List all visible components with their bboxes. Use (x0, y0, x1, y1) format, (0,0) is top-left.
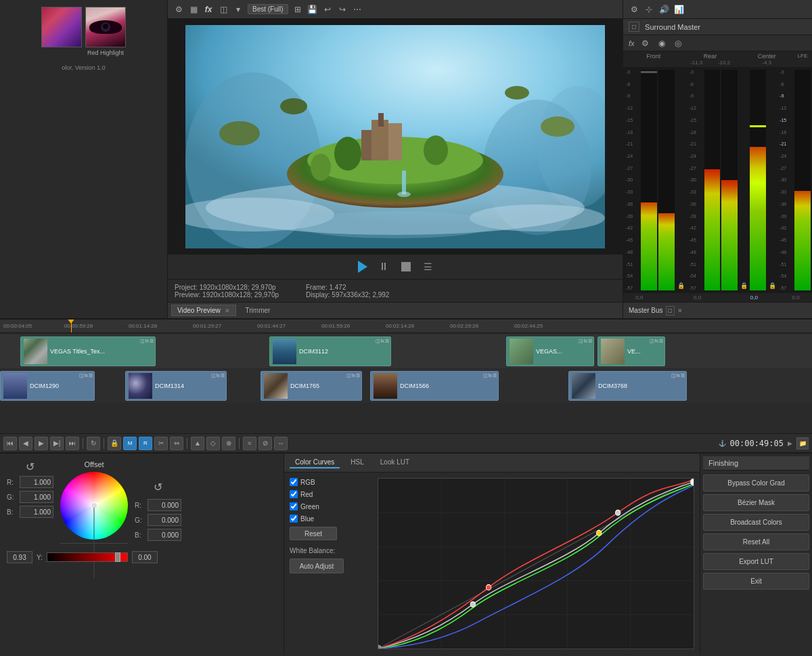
auto-adjust-btn[interactable]: Auto Adjust (290, 559, 344, 573)
reset-left-btn[interactable]: ↺ (7, 460, 53, 473)
stop-button[interactable] (398, 259, 414, 275)
nav-next-icon[interactable]: ▶ (788, 440, 792, 447)
broadcast-colors-btn[interactable]: Broadcast Colors (703, 514, 809, 531)
clip-dcim1290[interactable]: DCIM1290 ◫ fx ☰ (0, 371, 95, 401)
tb-region-btn[interactable]: R (139, 437, 152, 450)
tb-scroll-btn[interactable]: ↔ (274, 437, 288, 450)
master-bus-close[interactable]: ✕ (677, 307, 683, 314)
clip-ve[interactable]: VE... ◫ fx ☰ (597, 336, 665, 366)
chevron-icon[interactable]: ▾ (233, 4, 244, 15)
tb-scrub-btn[interactable]: ⊘ (258, 437, 272, 450)
y-slider[interactable] (47, 552, 128, 562)
control-point-mid[interactable] (596, 530, 601, 535)
r-input-right[interactable] (148, 499, 181, 511)
clip-vegas-titles[interactable]: VEGAS Titles_Tex... ◫ fx ☰ (20, 336, 156, 366)
thumbnail-eye[interactable] (85, 7, 126, 47)
b-input-right[interactable] (148, 529, 181, 541)
plug-icon[interactable]: ◉ (656, 38, 667, 49)
checkbox-green[interactable] (290, 502, 298, 510)
reset-all-btn[interactable]: Reset All (703, 533, 809, 550)
tb-loop-btn[interactable]: ↻ (87, 437, 100, 450)
tb-next-btn[interactable]: ▶| (50, 437, 64, 450)
bottom-toolbar: ⏮ ◀ ▶ ▶| ⏭ ↻ 🔒 M R ✂ ⇔ ▲ ◇ ⊕ ≈ ⊘ ↔ ⚓ 00:… (0, 433, 812, 452)
tb-end-btn[interactable]: ⏭ (66, 437, 79, 450)
checkbox-rgb[interactable] (290, 478, 298, 486)
tb-select-btn[interactable]: ▲ (191, 437, 204, 450)
reset-curves-btn[interactable]: Reset (290, 527, 337, 540)
g-input-right[interactable] (148, 514, 181, 526)
control-point-1[interactable] (470, 602, 475, 607)
color-wheel[interactable] (60, 472, 128, 540)
lock-icon-front[interactable]: 🔒 (676, 70, 687, 290)
menu-button[interactable]: ☰ (420, 259, 436, 275)
tb-edit-btn[interactable]: ✂ (154, 437, 168, 450)
tb-trim-btn[interactable]: ⇔ (170, 437, 183, 450)
tab-video-preview[interactable]: Video Preview ✕ (171, 305, 236, 316)
tab-video-close[interactable]: ✕ (225, 307, 230, 314)
control-point-bottom[interactable] (378, 645, 382, 649)
tb-play-btn[interactable]: ▶ (35, 437, 48, 450)
g-input-left[interactable] (20, 491, 53, 503)
clip-dcim1566[interactable]: DCIM1566 ◫ fx ☰ (370, 371, 499, 401)
lock-icon-center[interactable]: 🔒 (767, 70, 777, 290)
reset-right-btn[interactable]: ↺ (135, 481, 181, 494)
tab-trimmer[interactable]: Trimmer (240, 305, 277, 316)
clip-dcim3112[interactable]: DCIM3112 ◫ fx ☰ (269, 336, 391, 366)
checkbox-red[interactable] (290, 490, 298, 498)
tab-color-curves[interactable]: Color Curves (290, 457, 340, 468)
lock-icon-rear[interactable]: 🔒 (739, 70, 748, 290)
tb-zoom-btn[interactable]: ⊕ (222, 437, 235, 450)
globe-icon[interactable]: ◎ (673, 38, 683, 49)
fx-icon[interactable]: fx (203, 4, 214, 15)
r-input-left[interactable] (20, 476, 53, 488)
tb-marker-btn[interactable]: M (123, 437, 137, 450)
master-bus-square[interactable]: □ (666, 306, 675, 315)
clip-dcim1314[interactable]: DCIM1314 ◫ fx ☰ (125, 371, 227, 401)
color-wheel-row: ↺ R: G: B: Offset (7, 460, 277, 543)
pause-button[interactable]: ⏸ (376, 259, 392, 275)
grid-icon[interactable]: ⊞ (292, 4, 303, 15)
audio-eq-icon[interactable]: 📊 (673, 4, 684, 15)
audio-expand-icon[interactable]: ⊹ (644, 4, 654, 15)
settings-icon[interactable]: ⚙ (173, 4, 184, 15)
clip-vegas2[interactable]: VEGAS... ◫ fx ☰ (506, 336, 594, 366)
control-point-high[interactable] (615, 510, 620, 515)
y-slider-handle[interactable] (115, 552, 120, 562)
control-point-red[interactable] (486, 585, 491, 590)
quality-selector[interactable]: Best (Full) (248, 4, 288, 14)
more-icon[interactable]: ⋯ (352, 4, 363, 15)
bypass-color-grad-btn[interactable]: Bypass Color Grad (703, 475, 809, 491)
undo-icon[interactable]: ↩ (322, 4, 333, 15)
tb-envelope-btn[interactable]: ◇ (206, 437, 220, 450)
audio-settings-icon[interactable]: ⚙ (629, 4, 639, 15)
layout-icon[interactable]: ▦ (188, 4, 199, 15)
control-point-top[interactable] (690, 479, 694, 485)
clip-dcim1765[interactable]: DCIM1765 ◫ fx ☰ (261, 371, 362, 401)
chain-icon[interactable]: ⚙ (640, 38, 651, 49)
wheel-handle[interactable] (91, 502, 97, 509)
tab-look-lut[interactable]: Look LUT (375, 457, 415, 468)
tb-snap-btn[interactable]: 🔒 (108, 437, 121, 450)
bezier-mask-btn[interactable]: Bézier Mask (703, 494, 809, 511)
frame-info: Frame: 1.472 Display: 597x336x32; 2,992 (306, 284, 389, 299)
tb-ripple-btn[interactable]: ≈ (243, 437, 256, 450)
exit-btn[interactable]: Exit (703, 573, 809, 590)
clip-dcim3768[interactable]: DCIM3768 ◫ fx ☰ (568, 371, 687, 401)
audio-speaker-icon[interactable]: 🔊 (658, 4, 669, 15)
b-input-left[interactable] (20, 506, 53, 518)
y-value-input[interactable] (7, 551, 32, 563)
redo-icon[interactable]: ↪ (337, 4, 348, 15)
curves-graph[interactable] (378, 478, 694, 649)
play-button[interactable] (355, 259, 371, 275)
save-icon[interactable]: 💾 (307, 4, 318, 15)
bookmark-icon[interactable]: ◫ (218, 4, 229, 15)
export-lut-btn[interactable]: Export LUT (703, 553, 809, 570)
checkbox-blue[interactable] (290, 515, 298, 523)
y-right-input[interactable] (132, 551, 158, 563)
tab-hsl[interactable]: HSL (345, 457, 369, 468)
nav-folder-icon[interactable]: 📁 (796, 437, 809, 450)
tb-prev-btn[interactable]: ◀ (19, 437, 32, 450)
tb-start-btn[interactable]: ⏮ (3, 437, 17, 450)
vu-meters: -3 -6 -9 -12 -15 -18 -21 -24 -27 -30 -33… (623, 67, 812, 293)
thumbnail-color[interactable] (41, 7, 82, 47)
